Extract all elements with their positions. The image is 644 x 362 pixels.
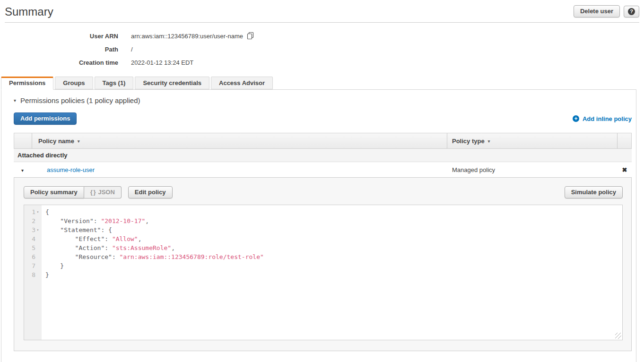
line-number: 4 [25, 235, 35, 242]
copy-icon[interactable] [247, 32, 254, 41]
tab-access-advisor[interactable]: Access Advisor [211, 77, 273, 89]
braces-icon: { } [90, 189, 96, 196]
page-header: Summary Delete user ? [5, 0, 639, 23]
policy-name-column-header[interactable]: Policy name ▾ [32, 133, 447, 148]
code-line: } [45, 261, 622, 270]
creation-time-value: 2022-01-12 13:24 EDT [131, 59, 193, 66]
field-row-path: Path / [5, 43, 644, 56]
editor-gutter: 1▾ 2x 3▾ 4x 5x 6x 7x 8x [24, 205, 42, 340]
policy-type-cell: Managed policy [447, 166, 618, 173]
help-button[interactable]: ? [624, 6, 639, 17]
code-line: "Action": "sts:AssumeRole", [45, 243, 622, 252]
json-button-label: JSON [98, 189, 114, 196]
section-title: Permissions policies (1 policy applied) [20, 96, 140, 104]
permissions-tab-content: ▾ Permissions policies (1 policy applied… [1, 89, 636, 362]
line-number: 2 [25, 217, 35, 224]
add-inline-policy-label: Add inline policy [583, 115, 632, 122]
json-view-button[interactable]: { } JSON [84, 186, 122, 198]
edit-policy-button[interactable]: Edit policy [128, 186, 173, 198]
path-label: Path [5, 46, 118, 53]
policies-table: Policy name ▾ Policy type ▾ Attached dir… [14, 133, 632, 351]
code-line: } [45, 270, 622, 279]
user-arn-label: User ARN [5, 33, 118, 40]
code-line: "Statement": { [45, 225, 622, 234]
json-policy-editor[interactable]: 1▾ 2x 3▾ 4x 5x 6x 7x 8x { "Version": "20… [24, 205, 623, 340]
policy-type-column-header[interactable]: Policy type ▾ [447, 133, 617, 148]
creation-time-label: Creation time [5, 59, 118, 66]
path-value: / [131, 46, 133, 53]
line-number: 5 [25, 244, 35, 251]
policy-controls-row: Add permissions + Add inline policy [14, 112, 632, 125]
detach-policy-icon[interactable]: ✖ [622, 166, 627, 173]
delete-user-button[interactable]: Delete user [574, 5, 620, 17]
policy-actions-cell: ✖ [618, 166, 632, 173]
attached-directly-group-row: Attached directly [14, 149, 632, 162]
code-line: "Effect": "Allow", [45, 234, 622, 243]
tab-bar: Permissions Groups Tags (1) Security cre… [1, 77, 644, 89]
line-number: 7 [25, 262, 35, 269]
policy-name-header-label: Policy name [38, 138, 74, 145]
page-title: Summary [5, 5, 53, 18]
policy-type-header-label: Policy type [452, 138, 485, 145]
sort-icon: ▾ [78, 139, 80, 144]
user-arn-value: arn:aws:iam::123456789:user/user-name [131, 31, 254, 41]
fold-arrow-icon[interactable]: ▾ [35, 210, 40, 214]
fold-arrow-icon[interactable]: ▾ [35, 228, 40, 232]
add-inline-policy-link[interactable]: + Add inline policy [573, 115, 632, 122]
header-actions: Delete user ? [574, 5, 639, 17]
field-row-user-arn: User ARN arn:aws:iam::123456789:user/use… [5, 29, 644, 43]
expander-column-header [14, 133, 32, 148]
actions-column-header [617, 133, 631, 148]
code-line: "Version": "2012-10-17", [45, 216, 622, 225]
policies-table-header: Policy name ▾ Policy type ▾ [14, 133, 632, 149]
tab-groups[interactable]: Groups [55, 77, 93, 89]
policy-name-cell: assume-role-user [31, 166, 447, 173]
code-line: { [45, 207, 622, 216]
user-info: User ARN arn:aws:iam::123456789:user/use… [5, 29, 644, 69]
field-row-creation-time: Creation time 2022-01-12 13:24 EDT [5, 56, 644, 69]
editor-resize-handle[interactable] [615, 333, 621, 339]
sort-icon: ▾ [488, 139, 490, 144]
plus-circle-icon: + [573, 115, 579, 122]
line-number: 1 [25, 208, 35, 215]
tab-security-credentials[interactable]: Security credentials [135, 77, 209, 89]
permissions-policies-section-header[interactable]: ▾ Permissions policies (1 policy applied… [14, 96, 632, 104]
code-line: "Resource": "arn:aws:iam::123456789:role… [45, 252, 622, 261]
policy-detail-buttons: Policy summary { } JSON Edit policy Simu… [24, 186, 623, 198]
tab-tags[interactable]: Tags (1) [95, 77, 134, 89]
policy-name-link[interactable]: assume-role-user [47, 166, 95, 173]
user-arn-text: arn:aws:iam::123456789:user/user-name [131, 33, 243, 40]
help-icon: ? [628, 8, 635, 15]
tab-permissions[interactable]: Permissions [1, 77, 53, 90]
add-permissions-button[interactable]: Add permissions [14, 112, 77, 125]
policy-summary-button[interactable]: Policy summary [24, 186, 84, 198]
row-expander-cell[interactable]: ▾ [14, 166, 31, 173]
line-number: 6 [25, 253, 35, 260]
policy-view-toggle: Policy summary { } JSON [24, 186, 122, 198]
code-area[interactable]: { "Version": "2012-10-17", "Statement": … [42, 205, 622, 340]
simulate-policy-button[interactable]: Simulate policy [565, 186, 623, 198]
policy-detail-panel: Policy summary { } JSON Edit policy Simu… [14, 178, 632, 351]
chevron-down-icon: ▾ [21, 168, 24, 173]
policy-table-row: ▾ assume-role-user Managed policy ✖ [14, 162, 632, 178]
collapse-triangle-icon: ▾ [14, 98, 16, 103]
line-number: 3 [25, 226, 35, 233]
line-number: 8 [25, 271, 35, 278]
